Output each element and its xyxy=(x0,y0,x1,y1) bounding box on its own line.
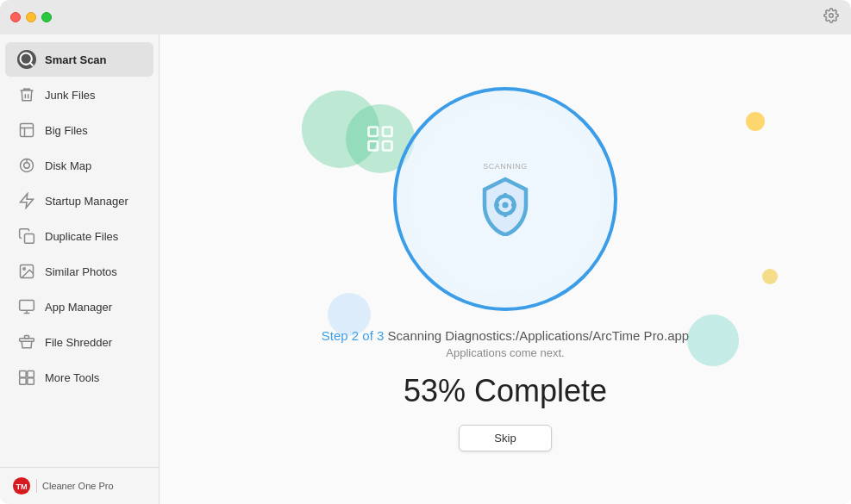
sidebar-item-startup-manager[interactable]: Startup Manager xyxy=(5,184,153,218)
svg-point-9 xyxy=(24,163,30,169)
junk-files-icon xyxy=(17,85,36,104)
sidebar-item-similar-photos[interactable]: Similar Photos xyxy=(5,254,153,289)
close-button[interactable] xyxy=(10,12,21,22)
sidebar-item-duplicate-files[interactable]: Duplicate Files xyxy=(5,219,153,253)
disk-map-icon xyxy=(17,156,36,175)
svg-rect-29 xyxy=(369,141,379,151)
sidebar-item-junk-files[interactable]: Junk Files xyxy=(5,78,153,112)
svg-point-0 xyxy=(829,14,834,18)
svg-rect-21 xyxy=(28,371,34,378)
file-shredder-icon xyxy=(17,333,36,352)
app-manager-icon xyxy=(17,297,36,316)
duplicate-files-icon xyxy=(17,227,36,246)
deco-blue-circle xyxy=(328,293,371,336)
shield-icon xyxy=(474,174,536,236)
trend-micro-icon: TM xyxy=(12,476,31,495)
scan-visual: SCANNING xyxy=(393,87,617,311)
shield-icon-wrap xyxy=(474,174,536,236)
svg-rect-22 xyxy=(20,378,27,385)
titlebar xyxy=(0,0,851,34)
similar-photos-icon xyxy=(17,262,36,281)
svg-rect-20 xyxy=(20,371,27,378)
sidebar-label-smart-scan: Smart Scan xyxy=(45,53,107,66)
svg-rect-15 xyxy=(20,301,34,311)
svg-text:TM: TM xyxy=(16,482,28,491)
svg-rect-12 xyxy=(25,234,34,244)
big-files-icon xyxy=(17,121,36,140)
scan-inner: SCANNING xyxy=(410,104,600,294)
scan-ring: SCANNING xyxy=(393,87,617,311)
deco-teal-circle xyxy=(687,314,739,366)
sidebar-label-similar-photos: Similar Photos xyxy=(45,265,117,278)
sidebar-label-startup-manager: Startup Manager xyxy=(45,195,128,208)
sidebar-item-smart-scan[interactable]: Smart Scan xyxy=(5,42,153,77)
sidebar-item-big-files[interactable]: Big Files xyxy=(5,113,153,147)
step-text: Scanning Diagnostics:/Applications/ArcTi… xyxy=(384,328,689,343)
sidebar-label-junk-files: Junk Files xyxy=(45,89,96,102)
svg-line-2 xyxy=(30,63,34,66)
sidebar-label-disk-map: Disk Map xyxy=(45,159,91,172)
deco-yellow-circle xyxy=(746,112,765,131)
traffic-lights xyxy=(10,12,52,22)
deco-yellow2-circle xyxy=(762,269,778,284)
sidebar-item-app-manager[interactable]: App Manager xyxy=(5,289,153,324)
minimize-button[interactable] xyxy=(26,12,36,22)
status-subtext: Applications come next. xyxy=(446,346,564,359)
maximize-button[interactable] xyxy=(41,12,52,22)
sidebar-label-duplicate-files: Duplicate Files xyxy=(45,230,118,243)
skip-button[interactable]: Skip xyxy=(459,425,551,451)
sidebar-item-disk-map[interactable]: Disk Map xyxy=(5,148,153,183)
more-tools-icon xyxy=(17,368,36,387)
smart-scan-icon xyxy=(17,50,36,69)
content-area: SCANNING xyxy=(160,34,851,504)
percent-complete: 53% Complete xyxy=(404,373,607,409)
sidebar-label-big-files: Big Files xyxy=(45,124,88,137)
settings-icon[interactable] xyxy=(823,8,839,27)
brand-name: Cleaner One Pro xyxy=(42,481,114,491)
brand-logo: TM Cleaner One Pro xyxy=(12,476,114,495)
svg-rect-19 xyxy=(25,336,29,339)
svg-point-1 xyxy=(21,53,32,65)
sidebar-label-app-manager: App Manager xyxy=(45,301,112,314)
sidebar-nav: Smart Scan Junk Files xyxy=(0,34,159,467)
sidebar-footer: TM Cleaner One Pro xyxy=(0,467,159,504)
sidebar: Smart Scan Junk Files xyxy=(0,34,160,504)
main-layout: Smart Scan Junk Files xyxy=(0,34,851,504)
svg-rect-28 xyxy=(383,141,392,151)
svg-rect-5 xyxy=(21,124,34,137)
svg-marker-11 xyxy=(21,194,34,208)
app-window: Smart Scan Junk Files xyxy=(0,0,851,504)
svg-point-31 xyxy=(502,202,508,208)
svg-rect-23 xyxy=(28,378,34,385)
startup-manager-icon xyxy=(17,191,36,210)
sidebar-item-file-shredder[interactable]: File Shredder xyxy=(5,325,153,359)
scanning-label: SCANNING xyxy=(483,162,528,171)
svg-point-14 xyxy=(23,268,25,271)
status-step: Step 2 of 3 Scanning Diagnostics:/Applic… xyxy=(322,328,689,343)
sidebar-item-more-tools[interactable]: More Tools xyxy=(5,360,153,395)
svg-rect-27 xyxy=(383,128,392,137)
svg-rect-26 xyxy=(369,128,379,137)
sidebar-label-file-shredder: File Shredder xyxy=(45,336,112,349)
brand-divider xyxy=(36,479,37,493)
sidebar-label-more-tools: More Tools xyxy=(45,371,99,384)
